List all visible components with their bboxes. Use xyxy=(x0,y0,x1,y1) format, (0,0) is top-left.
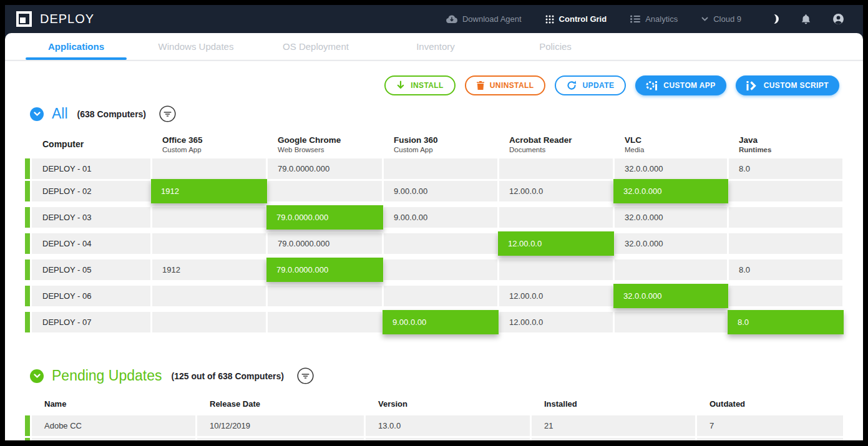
all-section-count: (638 Computers) xyxy=(77,109,146,119)
computer-name-cell[interactable]: DEPLOY - 06 xyxy=(32,286,150,306)
tab-policies[interactable]: Policies xyxy=(500,33,611,60)
uninstall-button[interactable]: UNINSTALL xyxy=(465,75,546,95)
version-cell-highlighted[interactable]: 32.0.0.000 xyxy=(613,284,728,308)
app-column-name: Acrobat Reader xyxy=(509,135,613,145)
row-accent-bar xyxy=(25,259,30,280)
nav-item-label: Cloud 9 xyxy=(713,14,741,24)
custom-app-icon xyxy=(646,80,658,90)
pending-cell[interactable]: Adobe CC xyxy=(32,415,195,436)
version-cell[interactable]: 79.0.0000.000 xyxy=(268,158,382,179)
version-cell[interactable] xyxy=(499,259,613,280)
computer-name-cell[interactable]: DEPLOY - 04 xyxy=(32,233,150,254)
filter-icon[interactable] xyxy=(159,105,176,122)
app-column-category: Media xyxy=(625,146,727,153)
app-column-name: Fusion 360 xyxy=(394,135,497,145)
pending-cell[interactable]: 7 xyxy=(697,415,843,436)
app-column-header: Fusion 360Custom App xyxy=(384,135,497,153)
pending-cell[interactable]: 71.0.0 xyxy=(366,438,530,440)
applications-table: ComputerOffice 365Custom AppGoogle Chrom… xyxy=(25,130,839,336)
computer-name-cell[interactable]: DEPLOY - 03 xyxy=(32,207,150,228)
table-row: DEPLOY - 0179.0.0000.00032.0.0.0008.0 xyxy=(25,158,839,179)
computer-name-cell[interactable]: DEPLOY - 07 xyxy=(32,312,150,332)
version-cell[interactable]: 32.0.0.000 xyxy=(615,158,727,179)
tab-windows-updates[interactable]: Windows Updates xyxy=(140,33,251,60)
computer-name-cell[interactable]: DEPLOY - 02 xyxy=(32,181,150,201)
version-cell[interactable]: 32.0.0.000 xyxy=(615,233,727,254)
pending-cell[interactable]: Mozilla Firefox xyxy=(32,438,195,440)
version-cell[interactable] xyxy=(384,158,497,179)
version-cell[interactable] xyxy=(152,312,266,332)
pending-cell[interactable]: 10/12/2019 xyxy=(197,415,364,436)
version-cell[interactable]: 1912 xyxy=(152,259,266,280)
version-cell[interactable] xyxy=(729,286,842,306)
user-icon[interactable] xyxy=(832,13,844,25)
pending-cell[interactable]: 21 xyxy=(532,415,695,436)
version-cell[interactable] xyxy=(384,259,497,280)
version-cell[interactable] xyxy=(615,259,727,280)
tab-applications[interactable]: Applications xyxy=(21,33,132,60)
computer-name-cell[interactable]: DEPLOY - 05 xyxy=(32,259,150,280)
app-column-category: Custom App xyxy=(162,146,266,153)
pending-table-header: NameRelease DateVersionInstalledOutdated xyxy=(25,392,839,415)
version-cell[interactable] xyxy=(152,207,266,228)
nav-item-analytics[interactable]: Analytics xyxy=(630,14,678,24)
version-cell[interactable] xyxy=(384,286,497,306)
version-cell[interactable]: 8.0 xyxy=(729,259,842,280)
version-cell[interactable] xyxy=(729,181,842,201)
moon-icon[interactable] xyxy=(769,14,779,24)
version-cell[interactable]: 9.00.0.00 xyxy=(384,181,497,201)
pending-cell[interactable]: 13.0.0 xyxy=(366,415,530,436)
pending-filter-icon[interactable] xyxy=(297,367,314,384)
version-cell[interactable]: 12.00.0.0 xyxy=(499,312,613,332)
bell-icon[interactable] xyxy=(801,14,811,25)
version-cell[interactable] xyxy=(152,158,266,179)
button-label: UNINSTALL xyxy=(490,81,534,90)
top-nav-items: Download AgentControl GridAnalyticsCloud… xyxy=(446,14,741,24)
version-cell[interactable] xyxy=(729,233,842,254)
custom-script-button[interactable]: CUSTOM SCRIPT xyxy=(736,75,839,95)
row-accent-bar xyxy=(25,415,30,436)
version-cell[interactable] xyxy=(729,207,842,228)
version-cell[interactable] xyxy=(152,286,266,306)
version-cell[interactable] xyxy=(268,286,382,306)
version-cell-highlighted[interactable]: 79.0.0000.000 xyxy=(266,205,383,230)
install-button[interactable]: INSTALL xyxy=(384,75,456,95)
computer-name-cell[interactable]: DEPLOY - 01 xyxy=(32,158,150,179)
pending-cell[interactable]: 90 xyxy=(532,438,695,440)
nav-item-download-agent[interactable]: Download Agent xyxy=(446,14,522,24)
collapse-all-section-button[interactable] xyxy=(30,107,44,121)
app-column-category: Runtimes xyxy=(739,146,842,153)
button-label: INSTALL xyxy=(411,81,444,90)
version-cell[interactable] xyxy=(499,158,613,179)
grid-icon xyxy=(545,15,554,24)
custom-app-button[interactable]: CUSTOM APP xyxy=(635,75,726,95)
version-cell-highlighted[interactable]: 9.00.0.00 xyxy=(383,310,499,334)
version-cell-highlighted[interactable]: 32.0.0.000 xyxy=(613,179,728,203)
nav-item-control-grid[interactable]: Control Grid xyxy=(545,14,607,24)
version-cell-highlighted[interactable]: 12.00.0.0 xyxy=(498,231,614,256)
version-cell[interactable]: 9.00.0.00 xyxy=(384,207,497,228)
version-cell-highlighted[interactable]: 1912 xyxy=(151,179,267,203)
nav-item-cloud-9[interactable]: Cloud 9 xyxy=(701,14,741,24)
version-cell[interactable] xyxy=(152,233,266,254)
version-cell[interactable]: 8.0 xyxy=(729,158,842,179)
version-cell-highlighted[interactable]: 8.0 xyxy=(728,310,844,334)
version-cell[interactable]: 12.00.0.0 xyxy=(499,181,613,201)
pending-cell[interactable]: 5 xyxy=(697,438,843,440)
version-cell[interactable]: 32.0.0.000 xyxy=(615,207,727,228)
version-cell[interactable] xyxy=(615,312,727,332)
version-cell[interactable] xyxy=(384,233,497,254)
version-cell-highlighted[interactable]: 79.0.0000.000 xyxy=(266,258,383,282)
refresh-icon xyxy=(567,80,577,90)
version-cell[interactable] xyxy=(499,207,613,228)
version-cell[interactable]: 12.00.0.0 xyxy=(499,286,613,306)
collapse-pending-section-button[interactable] xyxy=(30,369,44,383)
tab-inventory[interactable]: Inventory xyxy=(380,33,491,60)
version-cell[interactable] xyxy=(268,312,382,332)
update-button[interactable]: UPDATE xyxy=(555,75,626,95)
pending-cell[interactable]: 18/12/2019 xyxy=(197,438,364,440)
version-cell[interactable]: 79.0.0000.000 xyxy=(268,233,382,254)
tab-os-deployment[interactable]: OS Deployment xyxy=(260,33,371,60)
top-nav: DEPLOY Download AgentControl GridAnalyti… xyxy=(5,5,863,33)
version-cell[interactable] xyxy=(268,181,382,201)
